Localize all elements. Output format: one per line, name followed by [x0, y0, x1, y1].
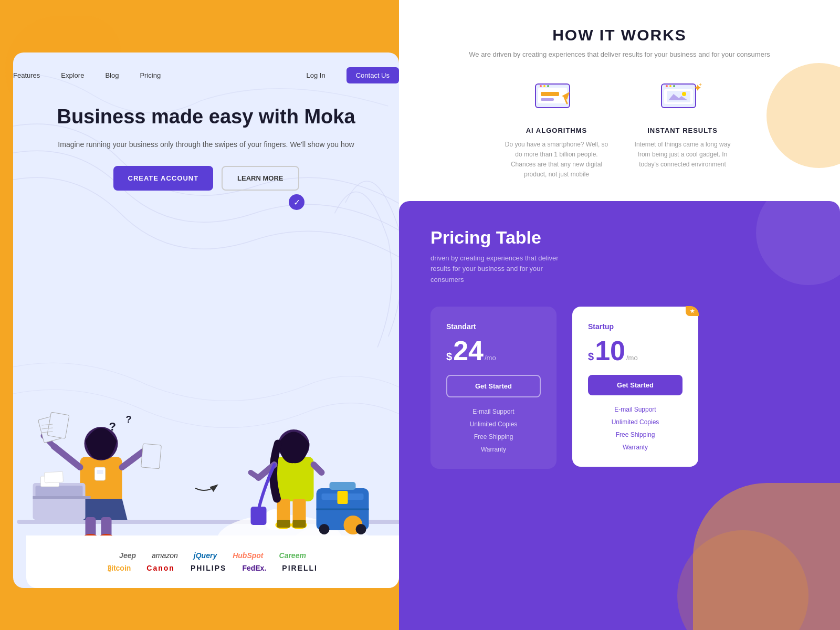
- left-card: Features Explore Blog Pricing Log In Con…: [13, 52, 399, 588]
- plan-startup-features: E-mail Support Unlimited Copies Free Shi…: [588, 406, 682, 451]
- svg-point-48: [540, 85, 542, 87]
- brand-pirelli: PIRELLI: [282, 564, 318, 572]
- check-circle-icon: ✓: [289, 194, 304, 210]
- orange-corner-deco: [693, 483, 840, 630]
- learn-more-button[interactable]: LEARN MORE: [222, 166, 299, 191]
- feature-shipping-std: Free Shipping: [446, 433, 541, 440]
- svg-rect-56: [667, 91, 690, 102]
- brand-bitcoin: ₿itcoin: [108, 564, 131, 572]
- plan-startup-badge: ★: [686, 306, 699, 316]
- nav-explore[interactable]: Explore: [61, 71, 84, 79]
- hero-buttons: CREATE ACCOUNT LEARN MORE: [39, 166, 373, 191]
- feature-ai-desc: Do you have a smartphone? Well, so do mo…: [504, 140, 609, 180]
- section-subtitle: We are driven by creating experiences th…: [430, 49, 808, 60]
- svg-point-53: [666, 85, 668, 87]
- svg-rect-21: [97, 470, 103, 474]
- plan-startup-cta[interactable]: Get Started: [588, 375, 682, 395]
- plan-startup-amount: 10: [595, 337, 625, 364]
- nav-pricing[interactable]: Pricing: [140, 71, 161, 79]
- svg-text:?: ?: [109, 420, 116, 433]
- plan-startup-currency: $: [588, 351, 594, 363]
- hero-section: Business made easy with Moka Imagine run…: [39, 105, 373, 191]
- svg-rect-26: [45, 471, 64, 483]
- svg-point-49: [543, 85, 545, 87]
- plan-standard-amount: 24: [453, 337, 484, 364]
- feature-email-support-std: E-mail Support: [446, 408, 541, 415]
- main-wrapper: Features Explore Blog Pricing Log In Con…: [0, 0, 840, 630]
- svg-rect-37: [330, 482, 356, 490]
- feature-email-support-startup: E-mail Support: [588, 406, 682, 413]
- pricing-cards: Standart $ 24 /mo Get Started E-mail Sup…: [430, 307, 808, 469]
- plan-startup-price: $ 10 /mo: [588, 337, 682, 364]
- feature-unlimited-std: Unlimited Copies: [446, 421, 541, 428]
- svg-point-50: [547, 85, 549, 87]
- feature-ai: AI ALGORITHMS Do you have a smartphone? …: [504, 81, 609, 180]
- pricing-subtitle: driven by creating experiences that deli…: [430, 253, 578, 286]
- nav-login[interactable]: Log In: [307, 71, 326, 79]
- hero-subtitle: Imagine running your business only throu…: [39, 139, 373, 150]
- svg-point-54: [669, 85, 671, 87]
- plan-startup: ★ Startup $ 10 /mo Get Started E-mail Su…: [572, 307, 698, 467]
- brand-jquery: jQuery: [194, 551, 217, 560]
- nav-contact-button[interactable]: Contact Us: [346, 67, 399, 83]
- plan-standard-price: $ 24 /mo: [446, 337, 541, 364]
- svg-rect-14: [141, 444, 162, 469]
- svg-rect-46: [541, 92, 559, 96]
- plan-standard-name: Standart: [446, 322, 541, 331]
- svg-rect-33: [293, 520, 306, 528]
- nav-features[interactable]: Features: [13, 71, 40, 79]
- svg-rect-47: [541, 98, 554, 101]
- features-row: AI ALGORITHMS Do you have a smartphone? …: [430, 81, 808, 180]
- svg-text:?: ?: [126, 414, 132, 425]
- left-panel: Features Explore Blog Pricing Log In Con…: [0, 0, 399, 630]
- svg-rect-35: [251, 507, 267, 525]
- brand-philips: PHILIPS: [191, 564, 226, 572]
- svg-point-43: [356, 524, 366, 534]
- feature-instant-desc: Internet of things came a long way from …: [630, 140, 735, 170]
- feature-warranty-std: Warranty: [446, 446, 541, 453]
- plan-startup-name: Startup: [588, 322, 682, 331]
- nav-blog[interactable]: Blog: [105, 71, 119, 79]
- plan-standard-cta[interactable]: Get Started: [446, 375, 541, 397]
- brand-hubspot: HubSpot: [233, 551, 263, 560]
- svg-rect-24: [33, 496, 91, 499]
- navigation: Features Explore Blog Pricing Log In Con…: [13, 67, 399, 83]
- brand-jeep: Jeep: [119, 551, 136, 560]
- svg-point-55: [673, 85, 675, 87]
- svg-rect-40: [338, 491, 348, 504]
- svg-rect-27: [275, 457, 314, 501]
- plan-standard-currency: $: [446, 351, 452, 363]
- plan-standard: Standart $ 24 /mo Get Started E-mail Sup…: [430, 307, 556, 469]
- brands-row-2: ₿itcoin Canon PHILIPS FedEx. PIRELLI: [108, 564, 318, 572]
- feature-ai-name: AI ALGORITHMS: [504, 127, 609, 134]
- section-title: HOW IT WORKS: [430, 26, 808, 44]
- brands-section: Jeep amazon jQuery HubSpot Careem ₿itcoi…: [26, 536, 399, 588]
- svg-point-42: [319, 524, 330, 534]
- brand-fedex: FedEx.: [242, 564, 266, 572]
- brand-canon: Canon: [146, 564, 175, 572]
- plan-standard-features: E-mail Support Unlimited Copies Free Shi…: [446, 408, 541, 453]
- plan-standard-period: /mo: [485, 354, 496, 362]
- feature-unlimited-startup: Unlimited Copies: [588, 418, 682, 426]
- right-panel: HOW IT WORKS We are driven by creating e…: [399, 0, 840, 630]
- feature-warranty-startup: Warranty: [588, 444, 682, 451]
- feature-instant: INSTANT RESULTS Internet of things came …: [630, 81, 735, 180]
- brands-row-1: Jeep amazon jQuery HubSpot Careem: [119, 551, 306, 560]
- plan-startup-period: /mo: [626, 354, 638, 362]
- brand-amazon: amazon: [152, 551, 178, 560]
- pricing-section: Pricing Table driven by creating experie…: [399, 201, 840, 630]
- hero-title: Business made easy with Moka: [39, 105, 373, 129]
- brand-careem: Careem: [279, 551, 306, 560]
- svg-rect-13: [47, 412, 69, 438]
- create-account-button[interactable]: CREATE ACCOUNT: [113, 166, 214, 191]
- feature-instant-name: INSTANT RESULTS: [630, 127, 735, 134]
- pricing-title: Pricing Table: [430, 227, 808, 248]
- svg-point-57: [682, 92, 686, 96]
- svg-rect-32: [277, 520, 290, 528]
- ai-icon: [533, 81, 580, 118]
- instant-icon: [659, 81, 706, 118]
- feature-shipping-startup: Free Shipping: [588, 431, 682, 438]
